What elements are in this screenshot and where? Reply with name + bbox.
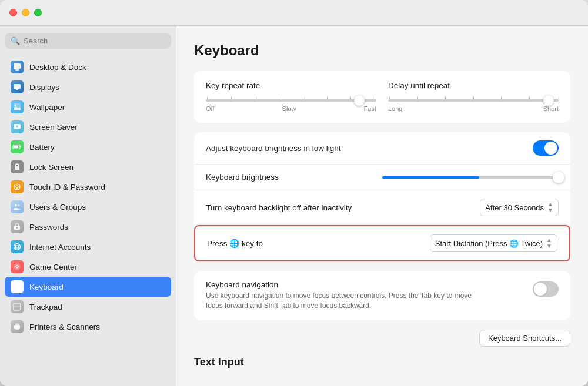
- tick-label-slow: Slow: [282, 105, 296, 112]
- passwords-icon: [11, 220, 24, 233]
- svg-rect-27: [14, 284, 21, 289]
- globe-icon-1: 🌐: [229, 239, 239, 248]
- dropdown-arrows: ▲ ▼: [547, 202, 553, 213]
- maximize-button[interactable]: [34, 9, 42, 16]
- sliders-section: Key repeat rate: [194, 71, 570, 123]
- search-input[interactable]: [24, 36, 165, 45]
- press-globe-key-row: Press 🌐 key to Start Dictation (Press 🌐 …: [195, 226, 569, 260]
- backlight-off-dropdown[interactable]: After 30 Seconds ▲ ▼: [480, 199, 559, 216]
- brightness-thumb[interactable]: [553, 172, 564, 183]
- search-bar[interactable]: 🔍: [5, 33, 171, 49]
- svg-rect-3: [16, 89, 18, 90]
- sidebar-item-label: Desktop & Dock: [29, 63, 86, 72]
- sidebar-item-internet-accounts[interactable]: Internet Accounts: [5, 237, 171, 257]
- delay-repeat-label: Delay until repeat: [388, 81, 559, 90]
- key-repeat-track[interactable]: [206, 99, 376, 102]
- svg-rect-2: [14, 84, 21, 89]
- sidebar-item-label: Printers & Scanners: [29, 323, 100, 331]
- svg-point-18: [14, 244, 21, 250]
- key-repeat-thumb[interactable]: [354, 95, 365, 106]
- svg-point-7: [16, 125, 18, 127]
- toggle-thumb: [534, 283, 547, 296]
- delay-repeat-track[interactable]: [388, 99, 559, 102]
- svg-point-25: [16, 265, 18, 266]
- press-key-dropdown[interactable]: Start Dictation (Press 🌐 Twice) ▲ ▼: [430, 234, 557, 252]
- svg-point-22: [14, 264, 21, 270]
- svg-point-19: [16, 244, 19, 250]
- keyboard-icon: [11, 280, 24, 293]
- key-repeat-ticks: Off Slow Fast: [206, 105, 376, 112]
- chevron-down-icon: ▼: [547, 207, 553, 213]
- brightness-track: [382, 176, 559, 179]
- sidebar-item-users-groups[interactable]: Users & Groups: [5, 197, 171, 217]
- keyboard-brightness-label: Keyboard brightness: [206, 173, 279, 182]
- minimize-button[interactable]: [22, 9, 29, 16]
- tick-label-short: Short: [543, 105, 559, 112]
- search-icon: 🔍: [11, 36, 20, 45]
- svg-point-24: [18, 266, 19, 267]
- traffic-lights: [9, 9, 42, 16]
- svg-point-14: [15, 204, 17, 207]
- svg-point-13: [16, 186, 18, 188]
- sidebar-item-battery[interactable]: Battery: [5, 137, 171, 157]
- tick-label-long: Long: [388, 105, 402, 112]
- sidebar-item-label: Screen Saver: [29, 123, 78, 132]
- brightness-fill: [382, 176, 479, 179]
- screen-saver-icon: [11, 120, 24, 133]
- sidebar-item-keyboard[interactable]: Keyboard: [5, 277, 171, 297]
- adjust-brightness-toggle[interactable]: [533, 140, 559, 156]
- key-repeat-label: Key repeat rate: [206, 81, 376, 90]
- sidebar-item-label: Passwords: [29, 223, 68, 231]
- delay-repeat-ticks: Long Short: [388, 105, 559, 112]
- delay-repeat-thumb[interactable]: [543, 95, 554, 106]
- toggle-thumb: [544, 142, 557, 155]
- keyboard-shortcuts-button[interactable]: Keyboard Shortcuts...: [479, 330, 570, 347]
- svg-rect-0: [14, 63, 21, 69]
- sidebar-item-wallpaper[interactable]: Wallpaper: [5, 97, 171, 117]
- battery-icon: [11, 140, 24, 153]
- sidebar-item-displays[interactable]: Displays: [5, 77, 171, 97]
- tick-label-fast: Fast: [364, 105, 376, 112]
- keyboard-nav-label: Keyboard navigation: [206, 280, 488, 289]
- shortcuts-button-row: Keyboard Shortcuts...: [194, 330, 570, 347]
- sidebar-item-label: Internet Accounts: [29, 243, 91, 251]
- sidebar: 🔍 Desktop & Dock: [0, 26, 176, 386]
- svg-rect-29: [16, 286, 18, 287]
- keyboard-nav-text-group: Keyboard navigation Use keyboard navigat…: [206, 280, 488, 311]
- key-repeat-slider-container: [206, 97, 376, 102]
- press-key-value: Start Dictation (Press 🌐 Twice): [435, 239, 543, 248]
- backlight-off-label: Turn keyboard backlight off after inacti…: [206, 203, 352, 212]
- slider-row: Key repeat rate: [206, 81, 559, 112]
- sidebar-item-label: Lock Screen: [29, 163, 74, 172]
- svg-rect-31: [15, 287, 19, 288]
- sidebar-item-passwords[interactable]: Passwords: [5, 217, 171, 237]
- printers-icon: [11, 320, 24, 333]
- svg-rect-1: [15, 69, 19, 71]
- backlight-off-row: Turn keyboard backlight off after inacti…: [194, 190, 570, 225]
- key-repeat-group: Key repeat rate: [206, 81, 376, 112]
- svg-point-5: [15, 105, 16, 106]
- sidebar-item-label: Battery: [29, 143, 55, 152]
- sidebar-item-printers-scanners[interactable]: Printers & Scanners: [5, 317, 171, 337]
- adjust-brightness-label: Adjust keyboard brightness in low light: [206, 144, 341, 153]
- svg-rect-28: [15, 286, 16, 287]
- sidebar-item-touch-id[interactable]: Touch ID & Password: [5, 177, 171, 197]
- keyboard-nav-toggle[interactable]: [533, 281, 559, 297]
- sidebar-item-game-center[interactable]: Game Center: [5, 257, 171, 277]
- adjust-brightness-row: Adjust keyboard brightness in low light: [194, 132, 570, 165]
- users-groups-icon: [11, 200, 24, 213]
- keyboard-brightness-slider[interactable]: [382, 176, 559, 179]
- text-input-title: Text Input: [194, 356, 570, 368]
- displays-icon: [11, 80, 24, 93]
- close-button[interactable]: [9, 9, 17, 16]
- sidebar-item-desktop-dock[interactable]: Desktop & Dock: [5, 57, 171, 77]
- sidebar-item-trackpad[interactable]: Trackpad: [5, 297, 171, 317]
- sidebar-item-label: Wallpaper: [29, 103, 65, 112]
- svg-point-17: [16, 227, 18, 228]
- sidebar-item-lock-screen[interactable]: Lock Screen: [5, 157, 171, 177]
- sidebar-item-label: Game Center: [29, 263, 77, 271]
- backlight-off-value: After 30 Seconds: [485, 203, 544, 212]
- sidebar-item-screen-saver[interactable]: Screen Saver: [5, 117, 171, 137]
- svg-rect-10: [21, 146, 22, 148]
- press-key-dropdown-arrows: ▲ ▼: [546, 237, 552, 249]
